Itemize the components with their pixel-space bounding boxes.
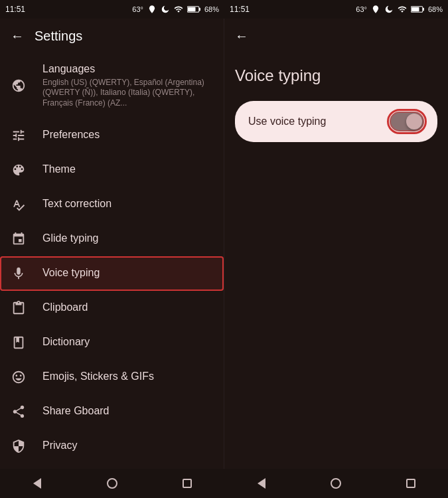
voice-typing-text: Voice typing [42,266,213,280]
palette-icon [11,162,27,178]
nav-back-right[interactable] [242,469,281,498]
sidebar-item-languages[interactable]: Languages English (US) (QWERTY), Español… [0,53,224,118]
battery-icon-right [411,5,424,13]
share-title: Share Gboard [42,404,213,418]
sidebar-item-emojis[interactable]: Emojis, Stickers & GIFs [0,360,224,394]
dictionary-text: Dictionary [42,335,213,349]
sidebar-item-privacy[interactable]: Privacy [0,429,224,463]
svg-rect-6 [411,7,419,11]
globe-icon [11,78,27,94]
preferences-title: Preferences [42,128,213,142]
languages-text: Languages English (US) (QWERTY), Español… [42,62,213,109]
settings-list: Languages English (US) (QWERTY), Español… [0,53,224,469]
sidebar-item-share[interactable]: Share Gboard [0,394,224,429]
sidebar-item-dictionary[interactable]: Dictionary [0,325,224,360]
nav-back-left[interactable] [17,469,57,498]
languages-subtitle: English (US) (QWERTY), Español (Argentin… [42,78,213,109]
home-circle-icon [107,478,117,489]
left-battery-pct: 68% [204,5,219,13]
book-icon [11,335,27,351]
left-header: ← Settings [0,19,224,53]
right-header: ← [224,19,448,53]
privacy-title: Privacy [42,439,213,453]
recents-square-icon [183,479,192,488]
wifi-icon-right [398,5,407,14]
share-icon [11,404,27,420]
svg-rect-3 [188,7,195,11]
clipboard-title: Clipboard [42,301,213,315]
use-voice-typing-card: Use voice typing [235,101,437,142]
nav-home-left[interactable] [92,469,132,498]
right-content: Voice typing Use voice typing [224,53,448,469]
nav-home-right[interactable] [316,469,356,498]
sidebar-item-glide-typing[interactable]: Glide typing [0,222,224,256]
languages-title: Languages [42,62,213,76]
sidebar-item-voice-typing[interactable]: Voice typing [0,256,224,291]
sliders-icon [11,127,27,143]
left-back-button[interactable]: ← [11,29,24,44]
sidebar-item-preferences[interactable]: Preferences [0,118,224,153]
location-icon [147,5,157,14]
nav-recents-right[interactable] [391,469,431,498]
moon-icon [161,5,170,14]
mic-icon [11,266,27,282]
home-circle-icon-right [331,478,341,489]
back-triangle-icon-right [258,478,265,489]
emojis-text: Emojis, Stickers & GIFs [42,370,213,384]
preferences-text: Preferences [42,128,213,142]
theme-title: Theme [42,163,213,177]
nav-recents-left[interactable] [167,469,207,498]
glide-typing-text: Glide typing [42,232,213,246]
right-status-temp: 63° [356,5,367,13]
right-battery-pct: 68% [428,5,443,13]
theme-text: Theme [42,163,213,177]
use-voice-typing-label: Use voice typing [248,116,326,127]
svg-rect-5 [423,8,424,11]
dictionary-title: Dictionary [42,335,213,349]
clipboard-icon [11,300,27,316]
spellcheck-icon [11,197,27,212]
back-triangle-icon [33,478,41,489]
svg-rect-2 [199,8,200,11]
battery-icon-left [187,5,200,13]
right-status-time: 11:51 [230,5,250,14]
voice-typing-page-title: Voice typing [235,66,437,85]
left-status-time: 11:51 [5,5,25,14]
left-panel: ← Settings Languages English (US) (QWERT… [0,19,224,469]
text-correction-text: Text correction [42,197,213,211]
sidebar-item-text-correction[interactable]: Text correction [0,187,224,222]
emojis-title: Emojis, Stickers & GIFs [42,370,213,384]
recents-square-icon-right [406,479,415,488]
emoji-icon [11,369,27,385]
sidebar-item-rate-us[interactable]: Rate us [0,463,224,469]
moon-icon-right [384,5,394,14]
toggle-knob [406,114,422,129]
sidebar-item-clipboard[interactable]: Clipboard [0,291,224,325]
location-icon-right [371,5,380,14]
privacy-text: Privacy [42,439,213,453]
right-panel: ← Voice typing Use voice typing [224,19,448,469]
glide-typing-title: Glide typing [42,232,213,246]
wifi-icon-left [174,5,183,14]
text-correction-title: Text correction [42,197,213,211]
share-text: Share Gboard [42,404,213,418]
voice-typing-title: Voice typing [42,266,213,280]
shield-icon [11,438,27,454]
clipboard-text: Clipboard [42,301,213,315]
left-status-temp: 63° [132,5,143,13]
gesture-icon [11,231,27,247]
settings-title: Settings [35,29,82,44]
use-voice-typing-toggle[interactable] [390,112,424,131]
right-back-button[interactable]: ← [235,29,248,44]
sidebar-item-theme[interactable]: Theme [0,153,224,187]
navigation-bar [0,469,448,498]
